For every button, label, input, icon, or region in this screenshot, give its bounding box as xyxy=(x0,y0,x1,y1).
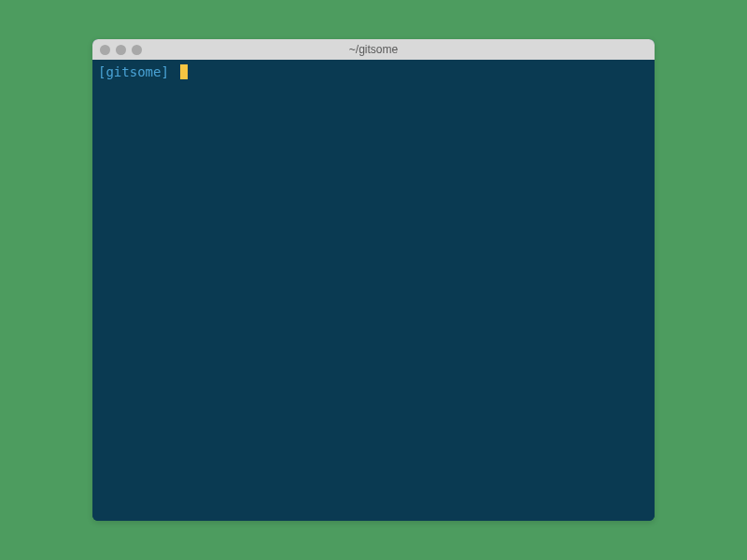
close-button[interactable] xyxy=(100,45,110,55)
prompt-env-name: gitsome xyxy=(106,63,161,80)
prompt-close-bracket: ] xyxy=(161,63,168,80)
window-titlebar: ~/gitsome xyxy=(92,39,655,60)
maximize-button[interactable] xyxy=(132,45,142,55)
minimize-button[interactable] xyxy=(116,45,126,55)
terminal-body[interactable]: [gitsome] xyxy=(92,60,655,521)
prompt-open-bracket: [ xyxy=(98,63,106,80)
window-title: ~/gitsome xyxy=(92,43,655,56)
terminal-window: ~/gitsome [gitsome] xyxy=(92,39,655,521)
cursor-icon xyxy=(180,64,188,79)
traffic-lights xyxy=(100,45,142,55)
prompt-line: [gitsome] xyxy=(98,63,649,80)
prompt-space xyxy=(169,63,176,80)
